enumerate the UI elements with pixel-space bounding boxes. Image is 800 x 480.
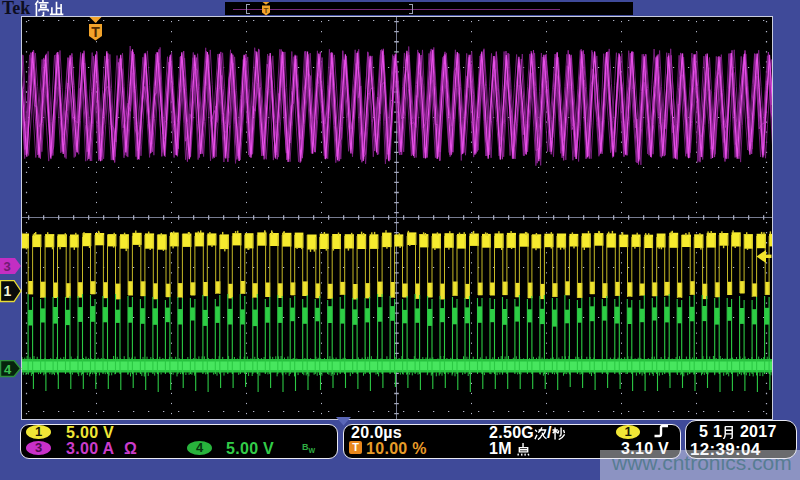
svg-text:T: T (91, 24, 100, 40)
svg-text:T: T (264, 6, 269, 15)
svg-text:4: 4 (4, 362, 12, 377)
svg-text:1: 1 (4, 283, 12, 299)
svg-text:3: 3 (3, 259, 10, 274)
